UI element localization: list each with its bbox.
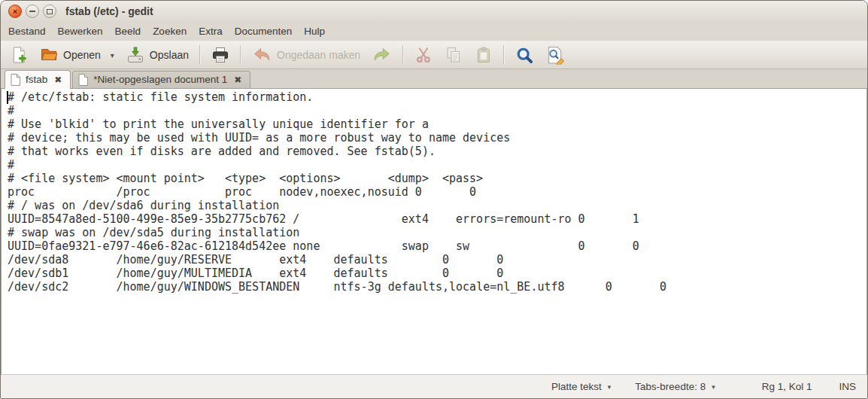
undo-button[interactable]: Ongedaan maken — [247, 43, 366, 67]
toolbar: Openen ▾ Opslaan — [1, 41, 867, 69]
menu-item-beeld[interactable]: Beeld — [109, 23, 147, 39]
titlebar[interactable]: × fstab (/etc) - gedit — [1, 1, 867, 22]
close-button[interactable]: × — [8, 5, 22, 18]
maximize-icon — [47, 9, 53, 14]
print-button[interactable] — [206, 44, 235, 66]
tab-close-button[interactable]: ✖ — [53, 75, 63, 85]
new-document-icon — [11, 46, 28, 64]
tab-label: fstab — [26, 74, 47, 85]
menu-item-hulp[interactable]: Hulp — [298, 23, 331, 39]
open-folder-icon — [40, 46, 58, 64]
toolbar-separator — [402, 45, 404, 65]
toolbar-separator — [199, 45, 201, 65]
chevron-down-icon: ▾ — [608, 383, 612, 391]
undo-button-label: Ongedaan maken — [277, 49, 360, 61]
tab-close-icon: ✖ — [54, 75, 62, 85]
tab-width-selector[interactable]: Tabs-breedte: 8 ▾ — [630, 378, 719, 395]
paste-clipboard-icon — [475, 46, 493, 64]
tab-close-icon: ✖ — [234, 75, 241, 85]
open-dropdown-icon[interactable]: ▾ — [111, 51, 114, 59]
tab-bar: fstab ✖ *Niet-opgeslagen document 1 ✖ — [1, 69, 867, 89]
menu-item-zoeken[interactable]: Zoeken — [147, 23, 193, 39]
copy-icon — [445, 46, 463, 64]
toolbar-separator — [503, 45, 505, 65]
print-icon — [211, 46, 229, 64]
redo-button[interactable] — [367, 43, 397, 67]
menu-item-bestand[interactable]: Bestand — [2, 23, 52, 39]
save-button-label: Opslaan — [150, 49, 189, 61]
minimize-icon — [29, 11, 35, 12]
window-title: fstab (/etc) - gedit — [65, 5, 153, 17]
text-cursor — [7, 91, 8, 104]
language-selector[interactable]: Platte tekst ▾ — [547, 378, 615, 395]
tab-fstab[interactable]: fstab ✖ — [5, 70, 71, 89]
chevron-down-icon: ▾ — [712, 383, 715, 391]
gedit-window: × fstab (/etc) - gedit Bestand Bewerken … — [0, 0, 868, 399]
editor-content[interactable]: # /etc/fstab: static file system informa… — [2, 89, 866, 294]
language-label: Platte tekst — [551, 381, 602, 392]
search-replace-icon — [546, 46, 565, 65]
menu-item-documenten[interactable]: Documenten — [229, 23, 299, 39]
cursor-position-label: Rg 1, Kol 1 — [762, 381, 812, 392]
maximize-button[interactable] — [43, 5, 56, 18]
find-button[interactable] — [510, 44, 539, 67]
menubar: Bestand Bewerken Beeld Zoeken Extra Docu… — [1, 22, 867, 41]
replace-button[interactable] — [541, 44, 570, 67]
document-icon — [11, 74, 20, 86]
save-button[interactable]: Opslaan — [121, 44, 194, 66]
tab-width-label: Tabs-breedte: 8 — [635, 381, 706, 392]
insert-mode-indicator: INS — [839, 381, 856, 392]
cut-scissors-icon — [414, 46, 432, 64]
text-editor-area[interactable]: # /etc/fstab: static file system informa… — [1, 89, 867, 374]
toolbar-separator — [240, 45, 241, 65]
close-icon: × — [13, 8, 17, 16]
window-controls: × — [8, 5, 56, 18]
menu-item-extra[interactable]: Extra — [193, 23, 229, 39]
search-icon — [515, 46, 534, 65]
tab-unsaved-document[interactable]: *Niet-opgeslagen document 1 ✖ — [72, 71, 250, 88]
document-icon — [78, 74, 88, 86]
tab-close-button[interactable]: ✖ — [232, 75, 243, 85]
undo-icon — [252, 45, 272, 65]
paste-button[interactable] — [469, 44, 498, 66]
statusbar: Platte tekst ▾ Tabs-breedte: 8 ▾ Rg 1, K… — [1, 374, 867, 398]
save-icon — [126, 46, 144, 64]
copy-button[interactable] — [439, 44, 468, 66]
tab-label: *Niet-opgeslagen document 1 — [93, 74, 227, 85]
new-document-button[interactable] — [5, 44, 33, 66]
cut-button[interactable] — [409, 44, 438, 66]
minimize-button[interactable] — [26, 5, 39, 18]
open-button-label: Openen — [63, 49, 101, 61]
menu-item-bewerken[interactable]: Bewerken — [52, 23, 109, 39]
redo-icon — [372, 45, 392, 65]
open-button[interactable]: Openen ▾ — [35, 44, 120, 66]
